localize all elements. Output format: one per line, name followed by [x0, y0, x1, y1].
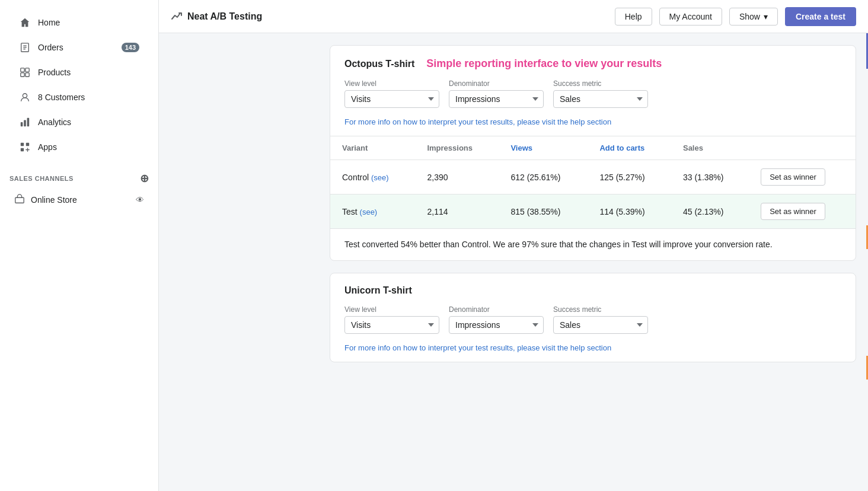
octopus-success-metric-label: Success metric — [553, 79, 648, 88]
octopus-success-metric-select[interactable]: Sales Add to carts Views — [553, 90, 648, 108]
topnav: Neat A/B Testing Help My Account Show ▾ … — [159, 0, 868, 33]
chevron-down-icon: ▾ — [764, 12, 768, 21]
variant-name-test: Test — [342, 207, 358, 216]
unicorn-denominator-select[interactable]: Impressions Visits Sessions — [449, 316, 544, 334]
show-button[interactable]: Show ▾ — [729, 8, 778, 25]
unicorn-success-metric-label: Success metric — [553, 305, 648, 314]
create-test-button[interactable]: Create a test — [785, 7, 856, 26]
svg-rect-9 — [21, 122, 23, 126]
svg-rect-11 — [27, 118, 30, 126]
unicorn-view-level-label: View level — [344, 305, 439, 314]
octopus-view-level-group: View level Visits Sessions Users — [344, 79, 439, 108]
svg-rect-13 — [26, 143, 29, 146]
octopus-table-head: Variant Impressions Views Add to carts S… — [330, 136, 856, 160]
sidebar-item-home[interactable]: Home — [9, 11, 149, 34]
sidebar-item-products-label: Products — [38, 68, 71, 77]
octopus-card: Octopus T-shirt Simple reporting interfa… — [330, 45, 856, 261]
unicorn-denominator-label: Denominator — [449, 305, 544, 314]
add-sales-channel-icon[interactable]: ⊕ — [140, 172, 149, 185]
svg-rect-4 — [21, 68, 24, 72]
variant-name-control: Control — [342, 173, 369, 182]
unicorn-card-header: Unicorn T-shirt — [330, 273, 856, 305]
customers-icon — [19, 91, 31, 103]
online-store-label: Online Store — [31, 195, 77, 205]
cell-views-test: 815 (38.55%) — [499, 195, 588, 229]
unicorn-filters: View level Visits Sessions Users Denomin… — [330, 305, 856, 343]
unicorn-help-link[interactable]: For more info on how to interpret your t… — [330, 343, 856, 362]
octopus-summary: Test converted 54% better than Control. … — [330, 229, 856, 260]
octopus-card-header: Octopus T-shirt Simple reporting interfa… — [330, 46, 856, 79]
unicorn-view-level-select[interactable]: Visits Sessions Users — [344, 316, 439, 334]
octopus-denominator-label: Denominator — [449, 79, 544, 88]
table-row: Test (see) 2,114 815 (38.55%) 114 (5.39%… — [330, 195, 856, 229]
orders-icon — [19, 42, 31, 53]
octopus-view-level-select[interactable]: Visits Sessions Users — [344, 90, 439, 108]
svg-rect-7 — [25, 73, 29, 76]
col-variant: Variant — [330, 136, 415, 160]
sidebar-item-analytics-label: Analytics — [38, 117, 71, 127]
cell-variant-test: Test (see) — [330, 195, 415, 229]
octopus-headline: Simple reporting interface to view your … — [426, 58, 662, 70]
sidebar-item-customers-label: 8 Customers — [38, 93, 85, 102]
sidebar-item-apps[interactable]: Apps — [9, 135, 149, 159]
sidebar-item-home-label: Home — [38, 18, 60, 27]
sidebar-item-products[interactable]: Products — [9, 60, 149, 84]
variant-link-test[interactable]: (see) — [360, 208, 378, 216]
eye-icon[interactable]: 👁 — [136, 195, 144, 205]
unicorn-card: Unicorn T-shirt View level Visits Sessio… — [330, 273, 856, 362]
cell-variant-control: Control (see) — [330, 160, 415, 195]
octopus-filters: View level Visits Sessions Users Denomin… — [330, 79, 856, 117]
sales-channels-header: SALES CHANNELS ⊕ — [0, 165, 158, 187]
col-add-to-carts: Add to carts — [588, 136, 671, 160]
col-sales: Sales — [671, 136, 749, 160]
octopus-results-table: Variant Impressions Views Add to carts S… — [330, 136, 856, 228]
octopus-view-level-label: View level — [344, 79, 439, 88]
set-winner-control-button[interactable]: Set as winner — [761, 168, 825, 186]
octopus-denominator-select[interactable]: Impressions Visits Sessions — [449, 90, 544, 108]
sidebar-item-customers[interactable]: 8 Customers — [9, 85, 149, 109]
home-icon — [19, 17, 31, 28]
sidebar-item-orders-label: Orders — [38, 43, 63, 52]
cell-impressions-test: 2,114 — [415, 195, 499, 229]
cell-add-to-carts-test: 114 (5.39%) — [588, 195, 671, 229]
unicorn-success-metric-group: Success metric Sales Add to carts Views — [553, 305, 648, 334]
analytics-icon — [19, 116, 31, 128]
main-content: Octopus T-shirt Simple reporting interfa… — [318, 33, 868, 491]
octopus-help-link[interactable]: For more info on how to interpret your t… — [330, 117, 856, 136]
svg-rect-15 — [15, 197, 24, 203]
svg-rect-5 — [25, 68, 29, 72]
orders-badge: 143 — [122, 43, 139, 52]
svg-rect-14 — [21, 148, 24, 151]
octopus-denominator-group: Denominator Impressions Visits Sessions — [449, 79, 544, 108]
my-account-button[interactable]: My Account — [659, 8, 722, 25]
chart-icon — [171, 11, 183, 23]
cell-add-to-carts-control: 125 (5.27%) — [588, 160, 671, 195]
apps-icon — [19, 141, 31, 153]
set-winner-test-button[interactable]: Set as winner — [761, 203, 825, 220]
svg-rect-12 — [21, 143, 24, 146]
col-impressions: Impressions — [415, 136, 499, 160]
svg-rect-6 — [21, 73, 24, 76]
sidebar-item-apps-label: Apps — [38, 142, 57, 152]
octopus-success-metric-group: Success metric Sales Add to carts Views — [553, 79, 648, 108]
octopus-table-body: Control (see) 2,390 612 (25.61%) 125 (5.… — [330, 160, 856, 229]
cell-sales-control: 33 (1.38%) — [671, 160, 749, 195]
help-button[interactable]: Help — [615, 8, 652, 25]
store-icon — [14, 193, 25, 206]
sidebar-item-analytics[interactable]: Analytics — [9, 110, 149, 134]
col-views: Views — [499, 136, 588, 160]
table-row: Control (see) 2,390 612 (25.61%) 125 (5.… — [330, 160, 856, 195]
cell-impressions-control: 2,390 — [415, 160, 499, 195]
unicorn-denominator-group: Denominator Impressions Visits Sessions — [449, 305, 544, 334]
app-title: Neat A/B Testing — [171, 11, 608, 23]
cell-action-test: Set as winner — [749, 195, 856, 229]
unicorn-success-metric-select[interactable]: Sales Add to carts Views — [553, 316, 648, 334]
col-action — [749, 136, 856, 160]
unicorn-view-level-group: View level Visits Sessions Users — [344, 305, 439, 334]
cell-action-control: Set as winner — [749, 160, 856, 195]
sidebar-item-orders[interactable]: Orders 143 — [9, 36, 149, 59]
variant-link-control[interactable]: (see) — [371, 173, 389, 182]
sidebar-item-online-store[interactable]: Online Store 👁 — [5, 189, 154, 211]
cell-sales-test: 45 (2.13%) — [671, 195, 749, 229]
unicorn-title: Unicorn T-shirt — [344, 285, 412, 296]
